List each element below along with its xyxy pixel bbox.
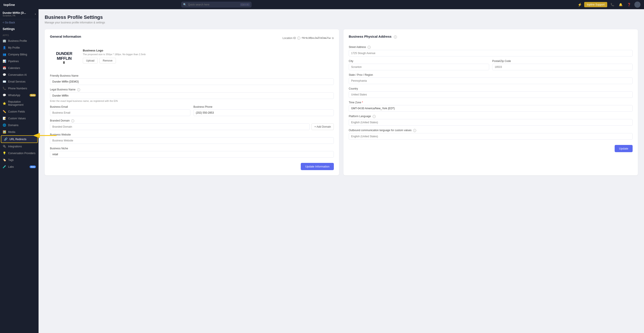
niche-group: Business Niche retail	[50, 147, 334, 158]
postal-input[interactable]	[492, 64, 632, 70]
country-group: Country	[349, 87, 632, 98]
calendars-icon: 📅	[3, 66, 6, 70]
branded-domain-input[interactable]	[50, 123, 310, 130]
outbound-lang-info-icon[interactable]: i	[413, 129, 416, 132]
sidebar: Dunder Mifflin [D... Scranton, PA ▾ < Go…	[0, 9, 38, 333]
website-input[interactable]	[50, 137, 334, 144]
branded-domain-info-icon[interactable]: i	[71, 119, 74, 122]
upload-button[interactable]: Upload	[83, 58, 98, 63]
outbound-lang-label: Outbound communication language for cust…	[349, 129, 632, 132]
sidebar-item-conversation-providers[interactable]: 💡Conversation Providers	[0, 150, 38, 157]
sidebar-item-custom-fields[interactable]: ✏️Custom Fields	[0, 108, 38, 115]
platform-lang-input[interactable]	[349, 119, 632, 126]
platform-lang-info-icon[interactable]: i	[372, 115, 376, 118]
company-selector[interactable]: Dunder Mifflin [D... Scranton, PA ▾	[3, 11, 36, 17]
update-row: Update	[349, 143, 632, 152]
sidebar-item-custom-values[interactable]: 📝Custom Values	[0, 115, 38, 122]
sidebar-item-label-pipelines: Pipelines	[8, 60, 36, 63]
copy-icon[interactable]: ⧉	[332, 36, 334, 40]
sidebar-item-company-billing[interactable]: 👥Company Billing	[0, 51, 38, 58]
address-card-title: Business Physical Address i	[349, 34, 397, 38]
sidebar-item-calendars[interactable]: 📅Calendars	[0, 65, 38, 71]
sidebar-nav: 🏢Business Profile👤My Profile👥Company Bil…	[0, 37, 38, 170]
friendly-name-input[interactable]	[50, 78, 334, 85]
branded-domain-label: Branded Domain i	[50, 119, 334, 122]
sidebar-item-label-calendars: Calendars	[8, 66, 36, 70]
business-profile-icon: 🏢	[3, 39, 6, 42]
website-label: Business Website	[50, 133, 334, 136]
whatsapp-icon: 💬	[3, 93, 6, 97]
sidebar-item-label-conversation-providers: Conversation Providers	[8, 152, 36, 155]
location-id-info-icon[interactable]: i	[297, 36, 300, 40]
street-info-icon[interactable]: i	[368, 46, 371, 49]
timezone-select[interactable]: GMT-04:00 America/New_York (EDT)	[349, 105, 632, 112]
sidebar-item-media[interactable]: 🖼️Media	[0, 128, 38, 135]
add-domain-button[interactable]: + Add Domain	[312, 123, 334, 130]
sidebar-item-domains[interactable]: 🌐Domains	[0, 122, 38, 128]
avatar[interactable]	[634, 1, 640, 8]
sidebar-item-pipelines[interactable]: 📊Pipelines	[0, 58, 38, 65]
sidebar-item-my-profile[interactable]: 👤My Profile	[0, 44, 38, 51]
phone-input[interactable]	[194, 109, 334, 116]
support-button[interactable]: topline Support	[584, 2, 607, 7]
update-button[interactable]: Update	[615, 145, 632, 152]
niche-label: Business Niche	[50, 147, 334, 150]
sidebar-item-label-labs: Labs	[8, 165, 28, 168]
custom-fields-icon: ✏️	[3, 110, 6, 113]
sidebar-item-url-redirects[interactable]: 🔗URL Redirects	[1, 135, 38, 143]
reputation-management-icon: ⭐	[3, 102, 6, 105]
sidebar-item-conversation-ai[interactable]: 💬Conversation AI	[0, 71, 38, 78]
sidebar-item-phone-numbers[interactable]: 📞Phone Numbers	[0, 85, 38, 92]
remove-button[interactable]: Remove	[100, 58, 116, 63]
legal-name-hint: Enter the exact legal business name, as …	[50, 100, 334, 102]
sidebar-item-business-profile[interactable]: 🏢Business Profile	[0, 37, 38, 44]
pipelines-icon: 📊	[3, 59, 6, 63]
email-input[interactable]	[50, 109, 190, 116]
bell-icon-button[interactable]: 🔔	[618, 1, 624, 8]
sidebar-item-email-services[interactable]: ✉️Email Services	[0, 78, 38, 85]
sidebar-item-label-company-billing: Company Billing	[8, 53, 36, 56]
street-input[interactable]	[349, 50, 632, 56]
friendly-name-group: Friendly Business Name	[50, 74, 334, 85]
platform-lang-group: Platform Language i	[349, 115, 632, 126]
sidebar-item-reputation-management[interactable]: ⭐Reputation Management	[0, 98, 38, 108]
city-input[interactable]	[349, 64, 489, 70]
general-info-title: General Information	[50, 34, 81, 38]
help-icon-button[interactable]: ❓	[626, 1, 632, 8]
state-input[interactable]	[349, 77, 632, 84]
sidebar-item-label-email-services: Email Services	[8, 80, 36, 83]
address-header: Business Physical Address i	[349, 34, 632, 42]
legal-name-info-icon[interactable]: i	[77, 88, 80, 91]
go-back-link[interactable]: < Go Back	[0, 19, 38, 26]
content-area: Business Profile Settings Manage your bu…	[38, 9, 644, 181]
legal-name-input[interactable]	[50, 92, 334, 99]
email-phone-row: Business Email Business Phone	[50, 105, 334, 119]
location-id-label: Location ID	[282, 36, 296, 40]
state-group: State / Prov / Region	[349, 73, 632, 84]
sidebar-item-label-custom-values: Custom Values	[8, 117, 36, 120]
conversation-providers-icon: 💡	[3, 151, 6, 155]
country-input[interactable]	[349, 91, 632, 98]
email-label: Business Email	[50, 105, 190, 108]
search-container: 🔍 Ctrl + K	[181, 2, 252, 7]
logo-buttons: Upload Remove	[83, 58, 146, 63]
sidebar-item-labs[interactable]: 🧪LabsNew	[0, 163, 38, 170]
page-title: Business Profile Settings	[45, 14, 638, 20]
email-group: Business Email	[50, 105, 190, 116]
sidebar-item-whatsapp[interactable]: 💬WhatsAppbeta	[0, 92, 38, 98]
labs-badge: New	[30, 166, 36, 168]
search-shortcut: Ctrl + K	[240, 3, 250, 6]
sidebar-item-tags[interactable]: 🏷️Tags	[0, 157, 38, 163]
niche-select[interactable]: retail	[50, 151, 334, 158]
phone-icon-button[interactable]: 📞	[610, 1, 616, 8]
sidebar-item-integrations[interactable]: 🔌Integrations	[0, 143, 38, 150]
page-subtitle: Manage your business profile information…	[45, 21, 638, 24]
top-nav: topline 🔍 Ctrl + K ⚡ topline Support 📞 🔔…	[0, 0, 644, 9]
city-label: City	[349, 59, 489, 63]
settings-label: Settings	[0, 26, 38, 32]
update-info-button[interactable]: Update Information	[301, 163, 334, 170]
address-info-icon[interactable]: i	[394, 35, 397, 38]
lightning-button[interactable]: ⚡	[578, 3, 582, 7]
outbound-lang-input[interactable]	[349, 133, 632, 140]
tags-icon: 🏷️	[3, 158, 6, 162]
